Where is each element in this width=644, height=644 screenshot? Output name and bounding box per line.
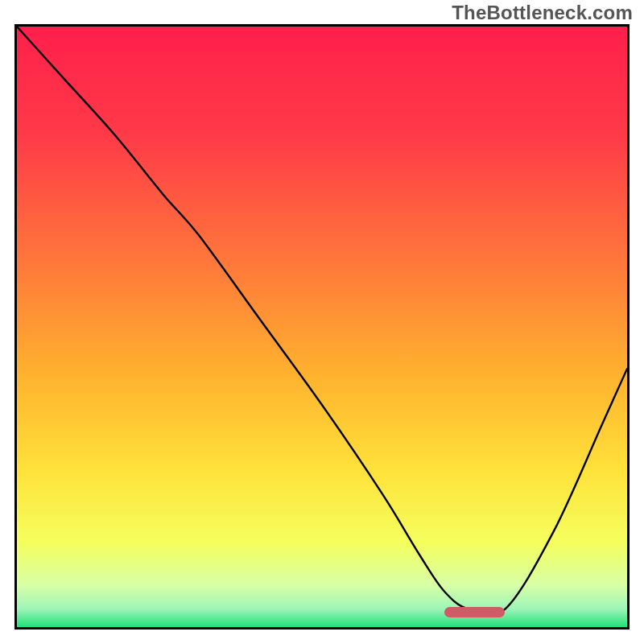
- optimal-range-marker: [444, 607, 506, 617]
- plot-area: [14, 24, 630, 630]
- chart-container: TheBottleneck.com: [0, 0, 644, 644]
- watermark-text: TheBottleneck.com: [452, 2, 633, 24]
- bottleneck-curve: [17, 27, 627, 627]
